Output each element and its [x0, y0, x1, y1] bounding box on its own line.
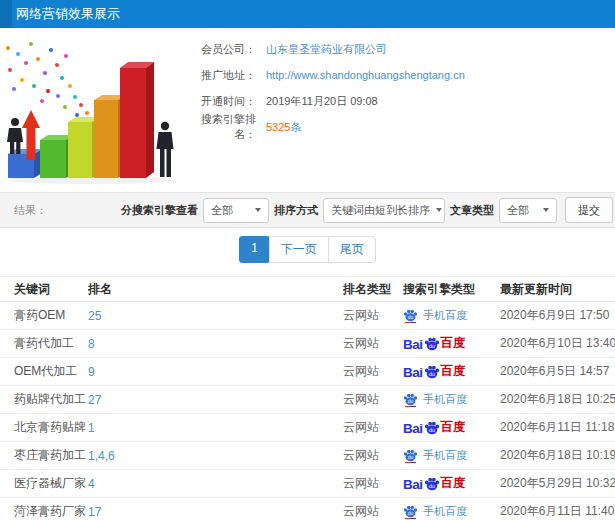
open-time-label: 开通时间：: [180, 94, 256, 109]
keyword-cell: OEM代加工: [0, 363, 88, 380]
header-accent: [0, 0, 12, 28]
rank-link[interactable]: 1,4,6: [88, 449, 343, 463]
paw-underline: [405, 322, 416, 323]
updated-cell: 2020年6月18日 10:25: [500, 391, 615, 408]
pagination-last[interactable]: 尾页: [328, 236, 376, 263]
engine-filter-label: 分搜索引擎查看: [121, 203, 198, 218]
keyword-cell: 膏药OEM: [0, 307, 88, 324]
baidu-paw-icon: du: [403, 393, 418, 406]
rank-link[interactable]: 8: [88, 337, 343, 351]
info-row-company: 会员公司： 山东皇圣堂药业有限公司: [180, 36, 615, 62]
baidu-paw-icon: du: [424, 337, 440, 351]
rank-count-label: 搜索引擎排名：: [180, 112, 256, 142]
header-rank-type: 排名类型: [343, 281, 403, 298]
updated-cell: 2020年6月11日 11:40: [500, 503, 615, 520]
submit-button[interactable]: 提交: [565, 197, 613, 223]
keyword-cell: 北京膏药贴牌: [0, 419, 88, 436]
baidu-logo[interactable]: Bai du 百度: [403, 419, 466, 436]
sort-select-value: 关键词由短到长排序: [331, 203, 430, 218]
company-info: 会员公司： 山东皇圣堂药业有限公司 推广地址： http://www.shand…: [180, 28, 615, 140]
rank-type-cell: 云网站: [343, 335, 403, 352]
rank-link[interactable]: 27: [88, 393, 343, 407]
sort-select[interactable]: 关键词由短到长排序: [323, 198, 445, 223]
baidu-paw-icon: du: [424, 477, 440, 491]
table-row: 膏药代加工 8 云网站 Bai du 百度 2020年6月10日 13:40: [0, 330, 615, 358]
engine-select[interactable]: 全部: [203, 198, 269, 223]
engine-cell: Bai du 百度: [403, 419, 500, 436]
baidu-logo[interactable]: Bai du 百度: [403, 335, 466, 352]
table-row: 医疗器械厂家 4 云网站 Bai du 百度 2020年5月29日 10:32: [0, 470, 615, 498]
info-row-url: 推广地址： http://www.shandonghuangshengtang.…: [180, 62, 615, 88]
keyword-cell: 膏药代加工: [0, 335, 88, 352]
engine-cell: du 手机百度: [403, 392, 500, 407]
table-row: OEM代加工 9 云网站 Bai du 百度 2020年6月5日 14:57: [0, 358, 615, 386]
chevron-down-icon: [436, 208, 442, 212]
rank-link[interactable]: 4: [88, 477, 343, 491]
rank-type-cell: 云网站: [343, 307, 403, 324]
bar-chart-illustration: [0, 34, 185, 186]
rank-type-cell: 云网站: [343, 363, 403, 380]
svg-text:du: du: [408, 399, 414, 404]
rank-count-unit: 条: [290, 120, 301, 135]
baidu-logo-name: 百度: [441, 363, 466, 380]
article-type-label: 文章类型: [450, 203, 494, 218]
updated-cell: 2020年6月9日 17:50: [500, 307, 615, 324]
baidu-logo-bai: Bai: [403, 365, 423, 380]
baidu-logo-bai: Bai: [403, 477, 423, 492]
table-row: 北京膏药贴牌 1 云网站 Bai du 百度 2020年6月11日 11:18: [0, 414, 615, 442]
engine-select-value: 全部: [211, 203, 233, 218]
baidu-logo-name: 百度: [441, 475, 466, 492]
rank-type-cell: 云网站: [343, 391, 403, 408]
pagination-next[interactable]: 下一页: [269, 236, 329, 263]
paw-underline: [405, 518, 416, 519]
summary-section: 会员公司： 山东皇圣堂药业有限公司 推广地址： http://www.shand…: [0, 28, 615, 192]
rank-type-cell: 云网站: [343, 503, 403, 520]
member-company-label: 会员公司：: [180, 42, 256, 57]
results-table: 关键词 排名 排名类型 搜索引擎类型 最新更新时间 膏药OEM 25 云网站 d…: [0, 276, 615, 520]
result-label: 结果：: [14, 203, 47, 218]
table-row: 菏泽膏药厂家 17 云网站 du 手机百度 2020年6月11日 11:40: [0, 498, 615, 520]
svg-text:du: du: [429, 427, 435, 433]
table-header-row: 关键词 排名 排名类型 搜索引擎类型 最新更新时间: [0, 276, 615, 302]
rank-link[interactable]: 25: [88, 309, 343, 323]
svg-text:du: du: [429, 343, 435, 349]
engine-cell: du 手机百度: [403, 308, 500, 323]
article-type-select[interactable]: 全部: [499, 198, 557, 223]
pagination-page-1[interactable]: 1: [239, 236, 270, 263]
member-company-link[interactable]: 山东皇圣堂药业有限公司: [266, 42, 387, 57]
svg-text:du: du: [408, 511, 414, 516]
mobile-baidu-logo[interactable]: du 手机百度: [403, 392, 467, 407]
mobile-baidu-label: 手机百度: [423, 392, 467, 407]
rank-link[interactable]: 1: [88, 421, 343, 435]
page-title: 网络营销效果展示: [16, 5, 120, 23]
mobile-baidu-logo[interactable]: du 手机百度: [403, 308, 467, 323]
chevron-down-icon: [543, 208, 549, 212]
engine-cell: Bai du 百度: [403, 335, 500, 352]
baidu-logo[interactable]: Bai du 百度: [403, 363, 466, 380]
rank-link[interactable]: 9: [88, 365, 343, 379]
keyword-cell: 药贴牌代加工: [0, 391, 88, 408]
updated-cell: 2020年6月5日 14:57: [500, 363, 615, 380]
sort-filter-label: 排序方式: [274, 203, 318, 218]
rank-type-cell: 云网站: [343, 475, 403, 492]
baidu-paw-icon: du: [403, 309, 418, 322]
keyword-cell: 枣庄膏药加工: [0, 447, 88, 464]
rank-link[interactable]: 17: [88, 505, 343, 519]
baidu-logo[interactable]: Bai du 百度: [403, 475, 466, 492]
mobile-baidu-label: 手机百度: [423, 504, 467, 519]
promo-url-link[interactable]: http://www.shandonghuangshengtang.cn: [266, 69, 465, 81]
baidu-paw-icon: du: [424, 421, 440, 435]
svg-text:du: du: [429, 483, 435, 489]
article-type-select-value: 全部: [507, 203, 529, 218]
businessman-right: [157, 122, 174, 177]
baidu-logo-bai: Bai: [403, 337, 423, 352]
page-header: 网络营销效果展示: [0, 0, 615, 28]
engine-cell: du 手机百度: [403, 504, 500, 519]
mobile-baidu-logo[interactable]: du 手机百度: [403, 504, 467, 519]
svg-text:du: du: [408, 455, 414, 460]
mobile-baidu-logo[interactable]: du 手机百度: [403, 448, 467, 463]
rank-type-cell: 云网站: [343, 447, 403, 464]
businessman-left: [7, 118, 23, 154]
mobile-baidu-label: 手机百度: [423, 448, 467, 463]
engine-cell: du 手机百度: [403, 448, 500, 463]
